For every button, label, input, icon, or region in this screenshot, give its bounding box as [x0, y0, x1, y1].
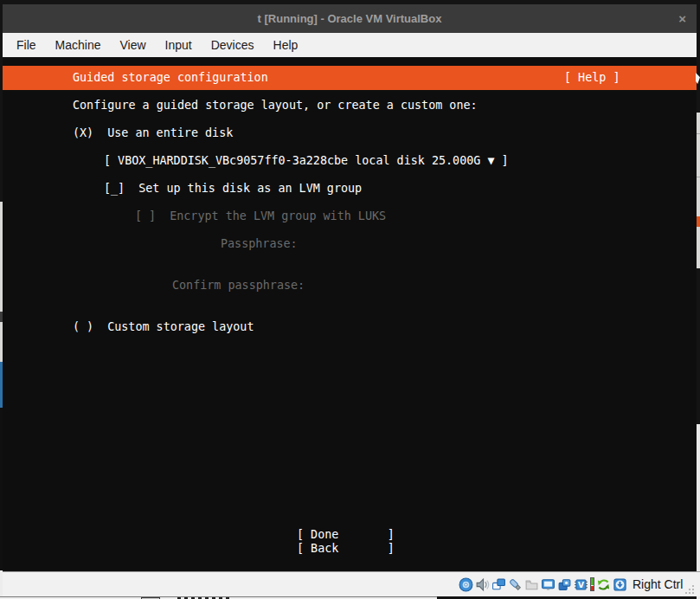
menu-bar: File Machine View Input Devices Help — [3, 33, 697, 57]
checkbox-lvm-label: Set up this disk as an LVM group — [138, 182, 362, 195]
activity-indicator — [590, 577, 594, 591]
disk-select-dropdown[interactable]: [ VBOX_HARDDISK_VBc9057ff0-3a228cbe loca… — [104, 154, 509, 168]
display-icon[interactable] — [541, 577, 556, 592]
features-icon[interactable]: V — [574, 577, 588, 592]
radio-custom-layout-label: Custom storage layout — [107, 320, 254, 333]
host-key-label: Right Ctrl — [633, 577, 683, 591]
radio-custom-layout[interactable]: ( )Custom storage layout — [73, 320, 254, 334]
keyboard-icon[interactable] — [613, 577, 627, 592]
menu-file[interactable]: File — [7, 38, 46, 52]
audio-icon[interactable] — [475, 577, 490, 592]
radio-custom-layout-marker: ( ) — [73, 320, 93, 333]
page-title: Guided storage configuration — [73, 71, 268, 85]
optical-disk-icon[interactable] — [459, 577, 473, 592]
svg-text:V: V — [578, 581, 584, 589]
passphrase-label: Passphrase: — [221, 237, 298, 251]
checkbox-luks: [ ]Encrypt the LVM group with LUKS — [135, 209, 386, 223]
menu-devices[interactable]: Devices — [202, 38, 264, 52]
confirm-passphrase-label: Confirm passphrase: — [172, 279, 305, 293]
recording-icon[interactable] — [557, 577, 572, 592]
desktop-edge-right — [697, 0, 700, 599]
back-button[interactable]: [ Back ] — [297, 542, 395, 556]
menu-input[interactable]: Input — [156, 38, 202, 52]
status-bar: V Right Ctrl — [3, 571, 700, 596]
radio-entire-disk[interactable]: (X)Use an entire disk — [73, 126, 233, 140]
radio-entire-disk-marker: (X) — [73, 126, 93, 139]
close-icon[interactable]: × — [678, 4, 686, 33]
checkbox-luks-marker: [ ] — [135, 209, 156, 222]
installer-header: Guided storage configuration [ Help ] — [3, 66, 697, 90]
checkbox-luks-label: Encrypt the LVM group with LUKS — [170, 209, 386, 222]
menu-view[interactable]: View — [110, 38, 155, 52]
window-title: t [Running] - Oracle VM VirtualBox — [3, 4, 697, 33]
virtualbox-window: t [Running] - Oracle VM VirtualBox × Fil… — [0, 0, 700, 599]
radio-entire-disk-label: Use an entire disk — [107, 126, 233, 139]
checkbox-lvm-marker: [_] — [104, 182, 125, 195]
checkbox-lvm[interactable]: [_]Set up this disk as an LVM group — [104, 182, 362, 196]
menu-help[interactable]: Help — [264, 38, 308, 52]
intro-text: Configure a guided storage layout, or cr… — [73, 99, 478, 113]
shared-folders-icon[interactable] — [524, 577, 539, 592]
done-button[interactable]: [ Done ] — [297, 528, 395, 542]
mouse-integration-icon[interactable] — [596, 577, 611, 592]
usb-icon[interactable] — [508, 577, 523, 592]
menu-machine[interactable]: Machine — [46, 38, 111, 52]
help-button[interactable]: [ Help ] — [564, 71, 620, 85]
vm-display[interactable]: Guided storage configuration [ Help ] Co… — [3, 57, 697, 571]
network-icon[interactable] — [491, 577, 506, 592]
window-titlebar[interactable]: t [Running] - Oracle VM VirtualBox × — [3, 4, 697, 33]
resize-grip[interactable] — [685, 584, 695, 594]
